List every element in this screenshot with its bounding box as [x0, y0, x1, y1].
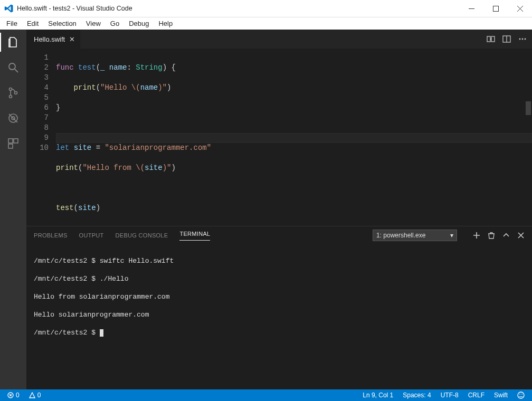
chevron-down-icon: ▾ [450, 232, 453, 239]
svg-point-4 [15, 92, 17, 94]
menu-view[interactable]: View [82, 18, 105, 28]
svg-point-2 [10, 88, 12, 91]
terminal-selector-value: 1: powershell.exe [376, 232, 425, 239]
error-icon [7, 392, 14, 398]
terminal-line: /mnt/c/tests2 $ swiftc Hello.swift [34, 256, 525, 265]
window-titlebar: Hello.swift - tests2 - Visual Studio Cod… [0, 0, 532, 17]
panel-tab-bar: PROBLEMS OUTPUT DEBUG CONSOLE TERMINAL 1… [26, 226, 532, 244]
terminal-line: /mnt/c/tests2 $ ./Hello [34, 274, 525, 283]
activity-extensions-icon[interactable] [6, 136, 21, 151]
svg-point-15 [525, 39, 526, 40]
window-title: Hello.swift - tests2 - Visual Studio Cod… [17, 5, 132, 12]
status-errors[interactable]: 0 [5, 392, 22, 399]
activity-bar [0, 30, 26, 389]
panel-tab-problems[interactable]: PROBLEMS [34, 232, 68, 238]
activity-explorer-icon[interactable] [6, 35, 21, 50]
status-feedback-icon[interactable] [515, 392, 527, 399]
panel-tab-terminal[interactable]: TERMINAL [179, 231, 210, 241]
line-number-gutter: 1 2 3 4 5 6 7 8 9 10 [26, 49, 56, 226]
code-content[interactable]: func test(_ name: String) { print("Hello… [56, 49, 532, 226]
status-warnings[interactable]: 0 [27, 392, 43, 399]
panel-tab-output[interactable]: OUTPUT [79, 232, 104, 238]
menu-edit[interactable]: Edit [23, 18, 43, 28]
activity-source-control-icon[interactable] [6, 85, 21, 100]
maximize-panel-icon[interactable] [502, 232, 510, 239]
svg-rect-0 [493, 6, 498, 11]
window-maximize-button[interactable] [483, 0, 508, 17]
split-editor-icon[interactable] [502, 35, 511, 43]
status-bar: 0 0 Ln 9, Col 1 Spaces: 4 UTF-8 CRLF Swi… [0, 389, 532, 401]
menubar: File Edit Selection View Go Debug Help [0, 17, 532, 30]
window-minimize-button[interactable] [459, 0, 483, 17]
svg-rect-7 [8, 139, 13, 143]
kill-terminal-icon[interactable] [488, 232, 495, 239]
menu-go[interactable]: Go [106, 18, 124, 28]
terminal-cursor [100, 329, 103, 337]
menu-selection[interactable]: Selection [44, 18, 80, 28]
close-panel-icon[interactable] [517, 232, 525, 239]
terminal-line: /mnt/c/tests2 $ [34, 329, 100, 337]
warning-icon [29, 392, 35, 398]
tab-close-icon[interactable]: ✕ [69, 35, 75, 43]
status-cursor-position[interactable]: Ln 9, Col 1 [360, 392, 395, 399]
svg-rect-11 [491, 36, 495, 42]
activity-debug-icon[interactable] [6, 111, 21, 126]
status-indent[interactable]: Spaces: 4 [401, 392, 433, 399]
editor-scrollbar-thumb[interactable] [526, 101, 531, 115]
terminal-selector[interactable]: 1: powershell.exe ▾ [373, 230, 457, 241]
menu-debug[interactable]: Debug [125, 18, 153, 28]
terminal-line: Hello solarianprogrammer.com [34, 310, 525, 319]
bottom-panel: PROBLEMS OUTPUT DEBUG CONSOLE TERMINAL 1… [26, 226, 532, 389]
svg-rect-10 [487, 36, 490, 42]
editor-tab-hello-swift[interactable]: Hello.swift ✕ [26, 30, 81, 49]
svg-point-3 [10, 96, 12, 98]
vscode-app-icon [0, 4, 14, 13]
compare-changes-icon[interactable] [487, 35, 495, 43]
svg-point-13 [519, 39, 521, 40]
status-eol[interactable]: CRLF [466, 392, 487, 399]
menu-file[interactable]: File [2, 18, 22, 28]
new-terminal-icon[interactable] [473, 232, 480, 239]
menu-help[interactable]: Help [154, 18, 177, 28]
window-close-button[interactable] [508, 0, 532, 17]
svg-point-1 [9, 63, 15, 70]
terminal[interactable]: /mnt/c/tests2 $ swiftc Hello.swift /mnt/… [26, 244, 532, 389]
svg-point-14 [522, 39, 524, 40]
editor-tabs: Hello.swift ✕ [26, 30, 532, 49]
svg-point-19 [521, 394, 522, 395]
activity-search-icon[interactable] [6, 60, 21, 75]
status-encoding[interactable]: UTF-8 [439, 392, 461, 399]
status-language[interactable]: Swift [492, 392, 510, 399]
tab-label: Hello.swift [34, 35, 65, 43]
svg-rect-8 [14, 139, 18, 143]
svg-point-17 [518, 392, 524, 398]
code-editor[interactable]: 1 2 3 4 5 6 7 8 9 10 func test(_ name: S… [26, 49, 532, 226]
more-actions-icon[interactable] [518, 35, 527, 43]
terminal-line: Hello from solarianprogrammer.com [34, 292, 525, 301]
panel-tab-debug-console[interactable]: DEBUG CONSOLE [116, 232, 168, 238]
svg-rect-9 [8, 144, 13, 148]
svg-point-18 [519, 394, 520, 395]
